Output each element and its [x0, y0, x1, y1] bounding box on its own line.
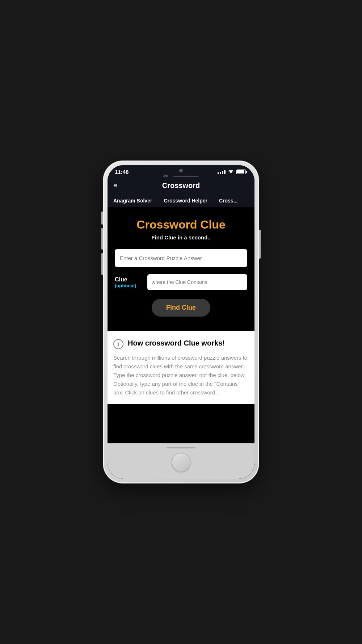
home-area	[108, 443, 254, 479]
find-clue-button[interactable]: Find Clue	[152, 299, 210, 317]
clue-input[interactable]	[147, 274, 247, 290]
clue-optional-text: (optional)	[115, 283, 136, 288]
app-bar: ≡ Crossword	[108, 177, 254, 194]
battery-icon	[236, 170, 247, 174]
hamburger-menu-icon[interactable]: ≡	[113, 181, 118, 190]
info-header: i How crossword Clue works!	[113, 338, 249, 349]
mute-button	[101, 212, 103, 225]
info-body: Search through millions of crossword puz…	[113, 354, 249, 397]
info-section: i How crossword Clue works! Search throu…	[108, 331, 254, 404]
page-subheading: Find Clue in a second..	[151, 234, 210, 241]
nav-tabs: Anagram Solver Crossword Helper Cross...	[108, 194, 254, 207]
tab-crossword-3[interactable]: Cross...	[213, 194, 243, 207]
wifi-icon	[228, 169, 234, 175]
tab-crossword-helper[interactable]: Crossword Helper	[158, 194, 213, 207]
speaker-dot	[179, 169, 183, 172]
answer-input[interactable]	[115, 249, 247, 267]
info-title: How crossword Clue works!	[128, 338, 225, 348]
phone-screen: 11:48	[108, 165, 254, 479]
volume-up-button	[101, 228, 103, 250]
clue-label-text: Clue	[115, 276, 127, 283]
power-button	[259, 230, 261, 259]
page-heading: Crossword Clue	[136, 218, 225, 231]
signal-icon	[218, 170, 226, 174]
volume-down-button	[101, 253, 103, 275]
top-section: Crossword Clue Find Clue in a second.. C…	[108, 207, 254, 331]
home-bar-indicator	[167, 447, 195, 448]
main-content: Crossword Clue Find Clue in a second.. C…	[108, 207, 254, 443]
tab-anagram-solver[interactable]: Anagram Solver	[108, 194, 158, 207]
app-title: Crossword	[162, 181, 200, 190]
home-button[interactable]	[172, 453, 190, 472]
status-icons	[218, 169, 247, 175]
clue-label-group: Clue (optional)	[115, 276, 144, 288]
status-time: 11:48	[115, 169, 129, 175]
clue-row: Clue (optional)	[115, 274, 247, 290]
info-circle-icon: i	[113, 339, 123, 349]
phone-device: 11:48	[103, 161, 259, 483]
